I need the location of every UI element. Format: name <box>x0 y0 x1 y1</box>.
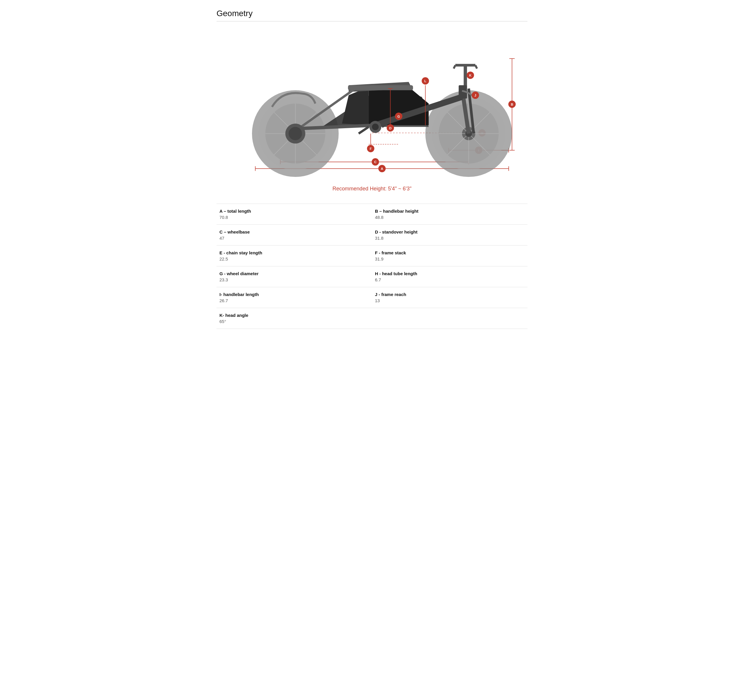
page-title: Geometry <box>217 9 527 18</box>
specs-row-4: G - wheel diameter 23.3 H - head tube le… <box>217 266 527 287</box>
page-container: Geometry A C B <box>211 0 533 347</box>
spec-cell-g: G - wheel diameter 23.3 <box>217 271 372 282</box>
specs-row-1: A – total length 70.8 B – handlebar heig… <box>217 204 527 225</box>
spec-value-k: 65° <box>219 319 369 324</box>
spec-cell-empty <box>372 313 527 324</box>
spec-cell-j: J - frame reach 13 <box>372 292 527 303</box>
spec-label-f: F - frame stack <box>375 250 525 255</box>
spec-label-d: D - standover height <box>375 229 525 234</box>
svg-text:F: F <box>370 147 372 150</box>
bike-diagram: A C B I F <box>217 30 527 177</box>
spec-cell-k: K- head angle 65° <box>217 313 372 324</box>
svg-point-74 <box>289 127 302 140</box>
spec-cell-c: C – wheelbase 47 <box>217 229 372 241</box>
specs-row-3: E - chain stay length 22.5 F - frame sta… <box>217 245 527 266</box>
svg-point-70 <box>372 124 379 130</box>
specs-row-2: C – wheelbase 47 D - standover height 31… <box>217 225 527 245</box>
svg-line-64 <box>475 65 477 69</box>
spec-value-f: 31.9 <box>375 256 525 261</box>
svg-marker-56 <box>342 87 369 125</box>
svg-text:A: A <box>381 167 383 170</box>
spec-cell-e: E - chain stay length 22.5 <box>217 250 372 261</box>
recommended-height: Recommended Height: 5'4" ~ 6'3" <box>217 183 527 195</box>
specs-row-6: K- head angle 65° <box>217 308 527 329</box>
spec-value-a: 70.8 <box>219 215 369 220</box>
spec-label-h: H - head tube length <box>375 271 525 276</box>
spec-value-i: 26.7 <box>219 298 369 303</box>
svg-rect-58 <box>348 85 413 90</box>
spec-value-h: 6.7 <box>375 277 525 282</box>
spec-label-c: C – wheelbase <box>219 229 369 234</box>
spec-cell-a: A – total length 70.8 <box>217 209 372 220</box>
svg-line-71 <box>359 127 369 134</box>
spec-value-j: 13 <box>375 298 525 303</box>
svg-text:G: G <box>397 115 400 118</box>
specs-grid: A – total length 70.8 B – handlebar heig… <box>217 204 527 329</box>
spec-value-d: 31.8 <box>375 235 525 241</box>
spec-label-a: A – total length <box>219 209 369 214</box>
spec-label-i: I- handlebar length <box>219 292 369 297</box>
spec-label-e: E - chain stay length <box>219 250 369 255</box>
svg-text:D: D <box>389 127 391 130</box>
svg-text:J: J <box>475 94 476 97</box>
spec-cell-b: B – handlebar height 48.8 <box>372 209 527 220</box>
spec-value-c: 47 <box>219 235 369 241</box>
spec-label-g: G - wheel diameter <box>219 271 369 276</box>
spec-label-b: B – handlebar height <box>375 209 525 214</box>
svg-line-63 <box>454 65 455 69</box>
spec-label-j: J - frame reach <box>375 292 525 297</box>
svg-text:K: K <box>469 74 472 77</box>
spec-value-g: 23.3 <box>219 277 369 282</box>
spec-value-e: 22.5 <box>219 256 369 261</box>
svg-text:L: L <box>424 79 426 83</box>
svg-text:C: C <box>374 160 376 164</box>
spec-cell-h: H - head tube length 6.7 <box>372 271 527 282</box>
spec-label-k: K- head angle <box>219 313 369 318</box>
spec-cell-d: D - standover height 31.8 <box>372 229 527 241</box>
spec-cell-i: I- handlebar length 26.7 <box>217 292 372 303</box>
spec-value-b: 48.8 <box>375 215 525 220</box>
specs-row-5: I- handlebar length 26.7 J - frame reach… <box>217 287 527 308</box>
diagram-svg: A C B I F <box>217 30 527 177</box>
spec-cell-f: F - frame stack 31.9 <box>372 250 527 261</box>
title-divider <box>217 21 527 21</box>
svg-text:B: B <box>511 103 513 106</box>
